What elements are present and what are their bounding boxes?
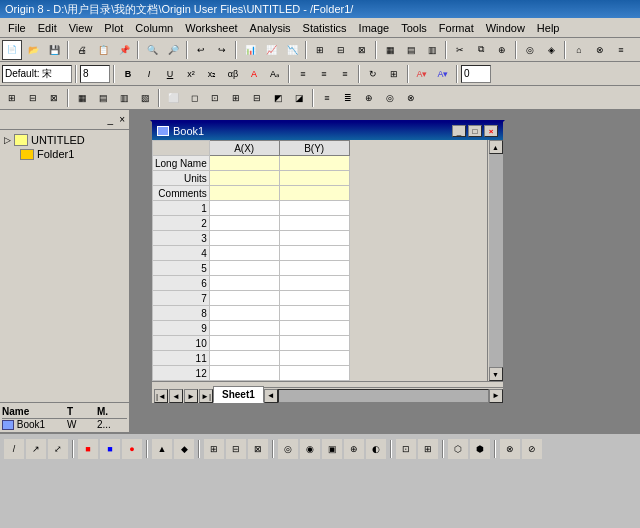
cell-a-8[interactable] — [209, 306, 279, 321]
menu-file[interactable]: File — [2, 20, 32, 36]
tb-btn9[interactable]: ▦ — [380, 40, 400, 60]
cell-a-5[interactable] — [209, 261, 279, 276]
tb3-btn8[interactable]: ⬜ — [163, 88, 183, 108]
tb3-btn10[interactable]: ⊡ — [205, 88, 225, 108]
color-btn2[interactable]: A▾ — [433, 64, 453, 84]
menu-plot[interactable]: Plot — [98, 20, 129, 36]
cell-b-comments[interactable] — [279, 186, 349, 201]
book-minimize-btn[interactable]: _ — [452, 125, 466, 137]
chart2[interactable]: 📈 — [261, 40, 281, 60]
zoom-out[interactable]: 🔎 — [163, 40, 183, 60]
tab-next-btn[interactable]: ► — [184, 389, 198, 403]
tb-btn15[interactable]: ◎ — [520, 40, 540, 60]
bottom-btn16[interactable]: ◐ — [366, 439, 386, 459]
rotate-button[interactable]: ↻ — [363, 64, 383, 84]
tb3-btn16[interactable]: ≣ — [338, 88, 358, 108]
tb3-btn11[interactable]: ⊞ — [226, 88, 246, 108]
cell-b-4[interactable] — [279, 246, 349, 261]
col-header-b[interactable]: B(Y) — [279, 141, 349, 156]
cell-b-10[interactable] — [279, 336, 349, 351]
tb3-btn7[interactable]: ▧ — [135, 88, 155, 108]
chart3[interactable]: 📉 — [282, 40, 302, 60]
merge-button[interactable]: ⊞ — [384, 64, 404, 84]
bottom-btn8[interactable]: ◆ — [174, 439, 194, 459]
subscript-button[interactable]: x₂ — [202, 64, 222, 84]
tb3-btn19[interactable]: ⊗ — [401, 88, 421, 108]
tb3-btn2[interactable]: ⊟ — [23, 88, 43, 108]
bottom-btn6[interactable]: ● — [122, 439, 142, 459]
scroll-down-btn[interactable]: ▼ — [489, 367, 503, 381]
menu-view[interactable]: View — [63, 20, 99, 36]
tb3-btn3[interactable]: ⊠ — [44, 88, 64, 108]
tb-btn17[interactable]: ⌂ — [569, 40, 589, 60]
tb-btn11[interactable]: ▥ — [422, 40, 442, 60]
bottom-btn10[interactable]: ⊟ — [226, 439, 246, 459]
bottom-btn12[interactable]: ◎ — [278, 439, 298, 459]
tb3-btn17[interactable]: ⊕ — [359, 88, 379, 108]
menu-format[interactable]: Format — [433, 20, 480, 36]
cell-b-7[interactable] — [279, 291, 349, 306]
tab-last-btn[interactable]: ►| — [199, 389, 213, 403]
align-right[interactable]: ≡ — [335, 64, 355, 84]
panel-close-btn[interactable]: × — [117, 114, 127, 125]
tree-root-untitled[interactable]: ▷ UNTITLED — [4, 134, 125, 146]
spreadsheet-scroll[interactable]: A(X) B(Y) Long Name Units — [152, 140, 487, 381]
bottom-btn5[interactable]: ■ — [100, 439, 120, 459]
h-scroll-track[interactable] — [278, 389, 489, 403]
tb3-btn18[interactable]: ◎ — [380, 88, 400, 108]
panel-minimize-btn[interactable]: _ — [106, 114, 116, 125]
cell-b-8[interactable] — [279, 306, 349, 321]
font-color-button[interactable]: A — [244, 64, 264, 84]
cell-a-3[interactable] — [209, 231, 279, 246]
tb-btn8[interactable]: ⊠ — [352, 40, 372, 60]
h-scroll-left-btn[interactable]: ◄ — [264, 389, 278, 403]
greek-button[interactable]: αβ — [223, 64, 243, 84]
tb3-btn12[interactable]: ⊟ — [247, 88, 267, 108]
book-close-btn[interactable]: × — [484, 125, 498, 137]
new-button[interactable]: 📄 — [2, 40, 22, 60]
tb3-btn1[interactable]: ⊞ — [2, 88, 22, 108]
scroll-up-btn[interactable]: ▲ — [489, 140, 503, 154]
align-left[interactable]: ≡ — [293, 64, 313, 84]
menu-worksheet[interactable]: Worksheet — [179, 20, 243, 36]
cell-a-comments[interactable] — [209, 186, 279, 201]
cell-b-units[interactable] — [279, 171, 349, 186]
cell-a-9[interactable] — [209, 321, 279, 336]
color-btn1[interactable]: A▾ — [412, 64, 432, 84]
bottom-btn21[interactable]: ⊗ — [500, 439, 520, 459]
tb-btn14[interactable]: ⊕ — [492, 40, 512, 60]
cell-b-3[interactable] — [279, 231, 349, 246]
cell-a-11[interactable] — [209, 351, 279, 366]
bottom-btn2[interactable]: ↗ — [26, 439, 46, 459]
tb-btn6[interactable]: ⊞ — [310, 40, 330, 60]
book-restore-btn[interactable]: □ — [468, 125, 482, 137]
tb3-btn15[interactable]: ≡ — [317, 88, 337, 108]
cell-a-longname[interactable] — [209, 156, 279, 171]
menu-image[interactable]: Image — [353, 20, 396, 36]
cell-b-5[interactable] — [279, 261, 349, 276]
cell-a-units[interactable] — [209, 171, 279, 186]
underline-button[interactable]: U — [160, 64, 180, 84]
bottom-btn9[interactable]: ⊞ — [204, 439, 224, 459]
menu-analysis[interactable]: Analysis — [244, 20, 297, 36]
bottom-btn13[interactable]: ◉ — [300, 439, 320, 459]
save-button[interactable]: 💾 — [44, 40, 64, 60]
align-center[interactable]: ≡ — [314, 64, 334, 84]
redo-button[interactable]: ↪ — [212, 40, 232, 60]
open-button[interactable]: 📂 — [23, 40, 43, 60]
cell-b-12[interactable] — [279, 366, 349, 381]
bottom-btn3[interactable]: ⤢ — [48, 439, 68, 459]
scroll-track[interactable] — [489, 154, 503, 367]
tree-child-folder1[interactable]: Folder1 — [20, 148, 125, 160]
tb-btn7[interactable]: ⊟ — [331, 40, 351, 60]
menu-statistics[interactable]: Statistics — [297, 20, 353, 36]
chart1[interactable]: 📊 — [240, 40, 260, 60]
bold-button[interactable]: B — [118, 64, 138, 84]
menu-window[interactable]: Window — [480, 20, 531, 36]
tb3-btn5[interactable]: ▤ — [93, 88, 113, 108]
tb3-btn14[interactable]: ◪ — [289, 88, 309, 108]
tab-prev-btn[interactable]: ◄ — [169, 389, 183, 403]
cell-a-1[interactable] — [209, 201, 279, 216]
bottom-btn14[interactable]: ▣ — [322, 439, 342, 459]
cell-a-6[interactable] — [209, 276, 279, 291]
